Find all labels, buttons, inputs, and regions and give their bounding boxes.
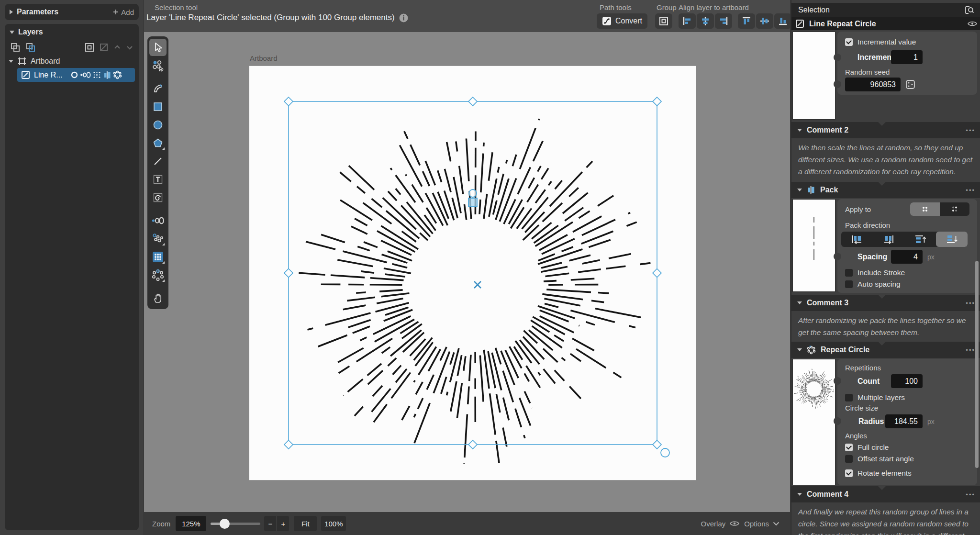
inspector-layer-row[interactable]: Line Repeat Circle bbox=[791, 17, 980, 30]
pack-down-button[interactable] bbox=[936, 232, 968, 247]
group-button[interactable] bbox=[655, 13, 672, 29]
checkbox-unchecked-icon[interactable] bbox=[845, 280, 853, 288]
options-label[interactable]: Options bbox=[744, 520, 769, 528]
align-top-button[interactable] bbox=[738, 13, 755, 29]
layer-tree-row-artboard[interactable]: Artboard bbox=[5, 55, 139, 68]
menu-dots-icon[interactable]: ••• bbox=[966, 187, 975, 194]
mask-layer-icon[interactable] bbox=[99, 42, 109, 53]
parameter-socket[interactable] bbox=[834, 54, 841, 61]
pack-header[interactable]: Pack ••• bbox=[791, 182, 980, 198]
chevron-down-icon[interactable] bbox=[773, 522, 780, 526]
tool-polygon[interactable] bbox=[149, 134, 167, 152]
collapse-arrow-icon[interactable] bbox=[797, 129, 802, 132]
collapse-arrow-icon[interactable] bbox=[10, 10, 13, 14]
comment2-header[interactable]: Comment 2 ••• bbox=[791, 122, 980, 138]
tool-text[interactable] bbox=[149, 171, 167, 188]
inspect-layer-icon[interactable] bbox=[964, 5, 974, 15]
tool-pen[interactable] bbox=[149, 80, 167, 97]
repeat-circle-header[interactable]: Repeat Circle ••• bbox=[791, 342, 980, 358]
info-icon[interactable] bbox=[399, 13, 408, 22]
checkbox-unchecked-icon[interactable] bbox=[845, 269, 853, 277]
menu-dots-icon[interactable]: ••• bbox=[966, 127, 975, 134]
collapse-arrow-icon[interactable] bbox=[797, 301, 802, 304]
checkbox-unchecked-icon[interactable] bbox=[845, 394, 853, 401]
align-bottom-button[interactable] bbox=[774, 13, 791, 29]
checkbox-checked-icon[interactable] bbox=[845, 469, 853, 477]
tool-line[interactable] bbox=[149, 153, 167, 170]
viewport[interactable]: Artboard bbox=[144, 32, 790, 512]
zoom-100-button[interactable]: 100% bbox=[321, 516, 346, 531]
repeat-circle-thumbnail[interactable] bbox=[792, 359, 835, 485]
inspector-scrollbar[interactable] bbox=[975, 261, 979, 468]
tool-blend[interactable] bbox=[149, 212, 167, 229]
parameter-socket[interactable] bbox=[834, 377, 841, 385]
tool-grid-repeat[interactable] bbox=[149, 248, 167, 266]
checkbox-unchecked-icon[interactable] bbox=[845, 455, 853, 463]
apply-to-each-button[interactable] bbox=[940, 202, 969, 216]
transform-origin-marker[interactable] bbox=[468, 189, 477, 207]
zoom-slider[interactable] bbox=[211, 516, 260, 531]
rotate-elements-checkbox[interactable]: Rotate elements bbox=[845, 469, 912, 478]
menu-dots-icon[interactable]: ••• bbox=[966, 491, 975, 498]
rotate-handle[interactable] bbox=[661, 448, 669, 457]
checkbox-checked-icon[interactable] bbox=[845, 444, 853, 451]
convert-button[interactable]: Convert bbox=[597, 13, 647, 29]
parameter-socket[interactable] bbox=[834, 417, 841, 425]
random-seed-field[interactable]: 960853 bbox=[845, 78, 901, 91]
increment-field[interactable]: 1 bbox=[891, 50, 923, 64]
count-field[interactable]: 100 bbox=[891, 374, 923, 388]
move-layer-down-icon[interactable] bbox=[125, 43, 134, 52]
dice-icon[interactable] bbox=[905, 79, 915, 89]
pack-thumbnail[interactable] bbox=[792, 199, 835, 292]
menu-dots-icon[interactable]: ••• bbox=[966, 300, 975, 307]
checkbox-checked-icon[interactable] bbox=[845, 38, 853, 46]
offset-start-angle-checkbox[interactable]: Offset start angle bbox=[845, 455, 914, 463]
include-stroke-checkbox[interactable]: Include Stroke bbox=[845, 268, 905, 277]
menu-dots-icon[interactable]: ••• bbox=[966, 346, 975, 354]
tool-select[interactable] bbox=[149, 39, 167, 56]
comment4-header[interactable]: Comment 4 ••• bbox=[791, 486, 980, 502]
zoom-out-button[interactable]: − bbox=[264, 516, 276, 531]
pack-up-button[interactable] bbox=[904, 232, 936, 247]
expand-arrow-icon[interactable] bbox=[9, 60, 13, 63]
parameter-socket[interactable] bbox=[834, 80, 841, 88]
new-group-layer-icon[interactable] bbox=[25, 42, 36, 53]
parameter-socket[interactable] bbox=[834, 253, 841, 260]
full-circle-checkbox[interactable]: Full circle bbox=[845, 443, 889, 452]
tool-circle-repeat[interactable] bbox=[149, 267, 167, 284]
multiple-layers-checkbox[interactable]: Multiple layers bbox=[845, 393, 905, 402]
collapse-arrow-icon[interactable] bbox=[797, 348, 802, 351]
auto-spacing-checkbox[interactable]: Auto spacing bbox=[845, 280, 901, 289]
zoom-in-button[interactable]: + bbox=[277, 516, 289, 531]
incremental-value-checkbox[interactable]: Incremental value bbox=[845, 38, 916, 46]
add-parameter-button[interactable]: Add bbox=[113, 8, 134, 16]
selection-bounding-box[interactable] bbox=[289, 101, 657, 445]
align-center-horizontal-button[interactable] bbox=[697, 13, 714, 29]
selection-handles[interactable] bbox=[284, 97, 661, 449]
zoom-slider-handle[interactable] bbox=[220, 519, 230, 529]
group-layers-icon[interactable] bbox=[84, 42, 95, 53]
collapse-arrow-icon[interactable] bbox=[10, 31, 14, 34]
spacing-field[interactable]: 4 bbox=[891, 250, 923, 264]
overlay-eye-icon[interactable] bbox=[730, 520, 739, 527]
tool-ellipse[interactable] bbox=[149, 116, 167, 134]
comment3-header[interactable]: Comment 3 ••• bbox=[791, 295, 980, 311]
zoom-value-field[interactable]: 125% bbox=[176, 516, 206, 531]
radius-field[interactable]: 184.55 bbox=[885, 414, 923, 428]
tool-node-select[interactable] bbox=[149, 57, 167, 74]
tool-spiral[interactable] bbox=[149, 189, 167, 206]
randomize-thumbnail[interactable] bbox=[792, 32, 835, 120]
tool-rectangle[interactable] bbox=[149, 98, 167, 115]
apply-to-all-button[interactable] bbox=[910, 202, 940, 216]
align-left-button[interactable] bbox=[679, 13, 696, 29]
align-right-button[interactable] bbox=[715, 13, 732, 29]
tool-scatter[interactable] bbox=[149, 230, 167, 247]
layer-tree-row-line-repeat-circle[interactable]: Line R... bbox=[17, 68, 135, 82]
zoom-fit-button[interactable]: Fit bbox=[294, 516, 317, 531]
move-layer-up-icon[interactable] bbox=[113, 43, 122, 52]
pack-left-button[interactable] bbox=[841, 232, 873, 247]
collapse-arrow-icon[interactable] bbox=[797, 493, 802, 496]
pack-right-button[interactable] bbox=[873, 232, 904, 247]
tool-hand[interactable] bbox=[149, 290, 167, 307]
layer-visibility-eye-icon[interactable] bbox=[968, 21, 977, 27]
